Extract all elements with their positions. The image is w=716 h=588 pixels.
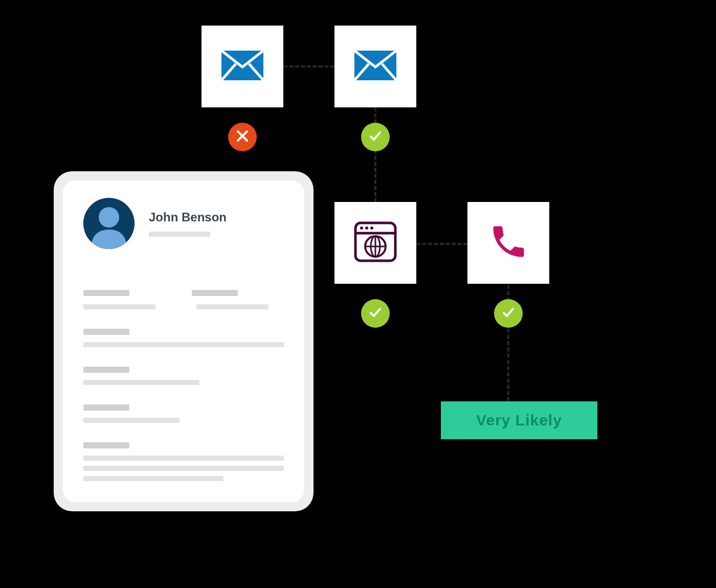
placeholder-line bbox=[83, 342, 284, 347]
placeholder-line bbox=[196, 304, 268, 309]
node-email-2 bbox=[334, 26, 416, 107]
mail-icon bbox=[353, 50, 397, 83]
status-badge-ok bbox=[361, 299, 390, 328]
placeholder-line bbox=[83, 290, 129, 296]
avatar bbox=[83, 198, 135, 249]
node-web bbox=[334, 202, 416, 284]
placeholder-line bbox=[83, 304, 155, 309]
profile-card-inner: John Benson bbox=[63, 180, 304, 502]
profile-card: John Benson bbox=[54, 171, 314, 511]
svg-point-8 bbox=[370, 227, 373, 230]
svg-point-7 bbox=[365, 227, 368, 230]
svg-point-6 bbox=[360, 227, 363, 230]
connector-email2-to-web bbox=[374, 107, 376, 202]
node-phone bbox=[467, 202, 549, 284]
placeholder-line bbox=[192, 290, 238, 296]
profile-name: John Benson bbox=[149, 210, 227, 224]
profile-section bbox=[83, 367, 284, 385]
phone-icon bbox=[488, 222, 528, 264]
connector-web-to-phone bbox=[416, 243, 467, 245]
placeholder-line bbox=[83, 466, 284, 471]
placeholder-line bbox=[83, 367, 129, 373]
placeholder-line bbox=[83, 404, 129, 411]
placeholder-line bbox=[83, 456, 284, 461]
placeholder-line bbox=[83, 418, 180, 423]
result-label: Very Likely bbox=[476, 412, 562, 429]
placeholder-line bbox=[149, 232, 210, 237]
check-icon bbox=[368, 305, 383, 322]
placeholder-line bbox=[83, 442, 129, 448]
status-badge-ok bbox=[494, 299, 523, 328]
diagram-stage: Very Likely John Benson bbox=[0, 0, 716, 588]
profile-section bbox=[83, 442, 284, 481]
result-chip: Very Likely bbox=[441, 401, 597, 439]
profile-section bbox=[83, 404, 284, 423]
placeholder-line bbox=[83, 329, 129, 335]
svg-point-14 bbox=[99, 207, 119, 228]
status-badge-ok bbox=[361, 123, 390, 151]
profile-header: John Benson bbox=[83, 198, 284, 249]
browser-globe-icon bbox=[352, 219, 398, 267]
check-icon bbox=[501, 305, 516, 322]
profile-section bbox=[83, 329, 284, 347]
mail-icon bbox=[220, 50, 264, 83]
placeholder-line bbox=[83, 476, 223, 481]
connector-email1-to-email2 bbox=[283, 65, 334, 67]
check-icon bbox=[368, 128, 383, 146]
node-email-1 bbox=[202, 26, 283, 107]
status-badge-fail bbox=[228, 123, 257, 151]
placeholder-line bbox=[83, 380, 199, 385]
profile-section bbox=[83, 290, 284, 309]
x-icon bbox=[236, 129, 249, 145]
